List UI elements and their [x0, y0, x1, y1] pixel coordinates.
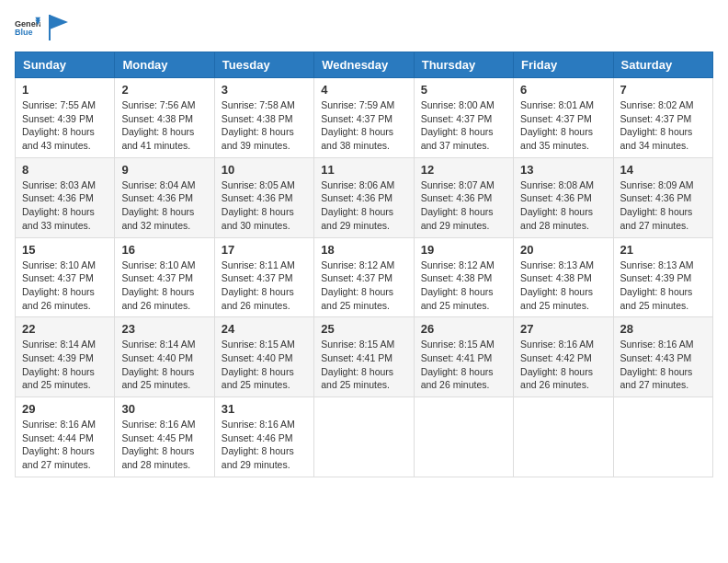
cell-content: Sunrise: 7:59 AMSunset: 4:37 PMDaylight:… — [321, 98, 406, 153]
day-number: 15 — [22, 243, 108, 257]
calendar-cell: 29Sunrise: 8:16 AMSunset: 4:44 PMDayligh… — [16, 397, 115, 477]
daylight-label: Daylight: 8 hours and 32 minutes. — [121, 206, 194, 231]
sunrise-label: Sunrise: 8:16 AM — [222, 419, 295, 430]
daylight-label: Daylight: 8 hours and 41 minutes. — [121, 126, 194, 151]
sunset-label: Sunset: 4:37 PM — [222, 272, 293, 283]
sunrise-label: Sunrise: 8:13 AM — [520, 259, 594, 270]
logo-icon: General Blue — [15, 15, 40, 40]
calendar-cell: 27Sunrise: 8:16 AMSunset: 4:42 PMDayligh… — [514, 317, 613, 397]
sunrise-label: Sunrise: 8:10 AM — [121, 259, 195, 270]
daylight-label: Daylight: 8 hours and 37 minutes. — [421, 126, 494, 151]
day-number: 18 — [321, 243, 406, 257]
day-number: 13 — [520, 163, 606, 177]
cell-content: Sunrise: 8:08 AMSunset: 4:36 PMDaylight:… — [520, 178, 606, 233]
daylight-label: Daylight: 8 hours and 25 minutes. — [222, 366, 294, 391]
sunrise-label: Sunrise: 8:10 AM — [22, 259, 96, 270]
day-number: 27 — [520, 322, 606, 336]
calendar-week-row: 29Sunrise: 8:16 AMSunset: 4:44 PMDayligh… — [16, 397, 713, 477]
daylight-label: Daylight: 8 hours and 26 minutes. — [22, 286, 95, 311]
sunrise-label: Sunrise: 8:03 AM — [22, 179, 96, 190]
logo-flag-icon — [48, 15, 68, 40]
sunset-label: Sunset: 4:36 PM — [620, 192, 692, 203]
sunrise-label: Sunrise: 8:06 AM — [321, 179, 394, 190]
daylight-label: Daylight: 8 hours and 26 minutes. — [421, 366, 494, 391]
sunrise-label: Sunrise: 8:07 AM — [421, 179, 495, 190]
cell-content: Sunrise: 8:11 AMSunset: 4:37 PMDaylight:… — [222, 259, 307, 313]
day-number: 14 — [620, 163, 706, 177]
calendar-cell: 15Sunrise: 8:10 AMSunset: 4:37 PMDayligh… — [16, 237, 115, 317]
day-of-week-header: Saturday — [613, 52, 712, 78]
calendar-cell — [514, 397, 613, 477]
sunset-label: Sunset: 4:36 PM — [222, 192, 293, 203]
daylight-label: Daylight: 8 hours and 28 minutes. — [520, 206, 593, 231]
sunrise-label: Sunrise: 8:09 AM — [620, 179, 694, 190]
sunrise-label: Sunrise: 8:08 AM — [520, 179, 594, 190]
sunset-label: Sunset: 4:37 PM — [421, 113, 493, 124]
daylight-label: Daylight: 8 hours and 25 minutes. — [121, 366, 194, 391]
cell-content: Sunrise: 8:00 AMSunset: 4:37 PMDaylight:… — [421, 98, 506, 153]
cell-content: Sunrise: 8:12 AMSunset: 4:38 PMDaylight:… — [421, 259, 506, 313]
sunrise-label: Sunrise: 8:16 AM — [620, 339, 694, 350]
svg-text:Blue: Blue — [15, 28, 33, 37]
day-number: 2 — [121, 83, 207, 97]
sunset-label: Sunset: 4:38 PM — [421, 272, 493, 283]
sunrise-label: Sunrise: 8:15 AM — [222, 339, 295, 350]
calendar-cell: 22Sunrise: 8:14 AMSunset: 4:39 PMDayligh… — [16, 317, 115, 397]
daylight-label: Daylight: 8 hours and 30 minutes. — [222, 206, 294, 231]
daylight-label: Daylight: 8 hours and 43 minutes. — [22, 126, 95, 151]
sunrise-label: Sunrise: 8:00 AM — [421, 99, 495, 110]
cell-content: Sunrise: 8:06 AMSunset: 4:36 PMDaylight:… — [321, 178, 406, 233]
sunset-label: Sunset: 4:37 PM — [321, 272, 392, 283]
sunset-label: Sunset: 4:39 PM — [620, 272, 692, 283]
day-number: 30 — [121, 402, 207, 416]
daylight-label: Daylight: 8 hours and 27 minutes. — [22, 445, 95, 470]
day-number: 6 — [520, 83, 606, 97]
calendar-week-row: 22Sunrise: 8:14 AMSunset: 4:39 PMDayligh… — [16, 317, 713, 397]
page-header: General Blue — [15, 15, 713, 40]
calendar-table: SundayMondayTuesdayWednesdayThursdayFrid… — [15, 52, 713, 477]
day-number: 26 — [421, 322, 506, 336]
day-number: 28 — [620, 322, 706, 336]
cell-content: Sunrise: 7:56 AMSunset: 4:38 PMDaylight:… — [121, 98, 207, 153]
sunrise-label: Sunrise: 7:56 AM — [121, 99, 195, 110]
cell-content: Sunrise: 8:16 AMSunset: 4:45 PMDaylight:… — [121, 418, 207, 472]
cell-content: Sunrise: 7:55 AMSunset: 4:39 PMDaylight:… — [22, 98, 108, 153]
sunset-label: Sunset: 4:45 PM — [121, 432, 193, 443]
sunset-label: Sunset: 4:37 PM — [121, 272, 193, 283]
daylight-label: Daylight: 8 hours and 25 minutes. — [620, 286, 693, 311]
sunrise-label: Sunrise: 8:05 AM — [222, 179, 295, 190]
calendar-week-row: 15Sunrise: 8:10 AMSunset: 4:37 PMDayligh… — [16, 237, 713, 317]
calendar-cell: 2Sunrise: 7:56 AMSunset: 4:38 PMDaylight… — [115, 78, 214, 158]
sunset-label: Sunset: 4:44 PM — [22, 432, 94, 443]
sunrise-label: Sunrise: 7:58 AM — [222, 99, 295, 110]
sunset-label: Sunset: 4:38 PM — [222, 113, 293, 124]
calendar-cell: 31Sunrise: 8:16 AMSunset: 4:46 PMDayligh… — [214, 397, 313, 477]
sunset-label: Sunset: 4:37 PM — [22, 272, 94, 283]
day-number: 4 — [321, 83, 406, 97]
cell-content: Sunrise: 8:14 AMSunset: 4:39 PMDaylight:… — [22, 338, 108, 392]
sunset-label: Sunset: 4:41 PM — [321, 352, 392, 363]
sunrise-label: Sunrise: 8:14 AM — [22, 339, 96, 350]
sunrise-label: Sunrise: 8:13 AM — [620, 259, 694, 270]
calendar-cell — [613, 397, 712, 477]
daylight-label: Daylight: 8 hours and 25 minutes. — [421, 286, 494, 311]
daylight-label: Daylight: 8 hours and 25 minutes. — [22, 366, 95, 391]
day-number: 5 — [421, 83, 506, 97]
sunset-label: Sunset: 4:36 PM — [421, 192, 493, 203]
daylight-label: Daylight: 8 hours and 25 minutes. — [321, 366, 393, 391]
cell-content: Sunrise: 8:15 AMSunset: 4:40 PMDaylight:… — [222, 338, 307, 392]
sunset-label: Sunset: 4:38 PM — [121, 113, 193, 124]
sunset-label: Sunset: 4:36 PM — [520, 192, 592, 203]
sunset-label: Sunset: 4:37 PM — [321, 113, 392, 124]
sunset-label: Sunset: 4:36 PM — [22, 192, 94, 203]
calendar-cell: 13Sunrise: 8:08 AMSunset: 4:36 PMDayligh… — [514, 157, 613, 237]
sunrise-label: Sunrise: 7:59 AM — [321, 99, 394, 110]
calendar-cell — [414, 397, 513, 477]
sunset-label: Sunset: 4:36 PM — [321, 192, 392, 203]
cell-content: Sunrise: 8:03 AMSunset: 4:36 PMDaylight:… — [22, 178, 108, 233]
logo: General Blue — [15, 15, 68, 40]
calendar-cell: 28Sunrise: 8:16 AMSunset: 4:43 PMDayligh… — [613, 317, 712, 397]
day-number: 19 — [421, 243, 506, 257]
cell-content: Sunrise: 8:02 AMSunset: 4:37 PMDaylight:… — [620, 98, 706, 153]
daylight-label: Daylight: 8 hours and 29 minutes. — [421, 206, 494, 231]
